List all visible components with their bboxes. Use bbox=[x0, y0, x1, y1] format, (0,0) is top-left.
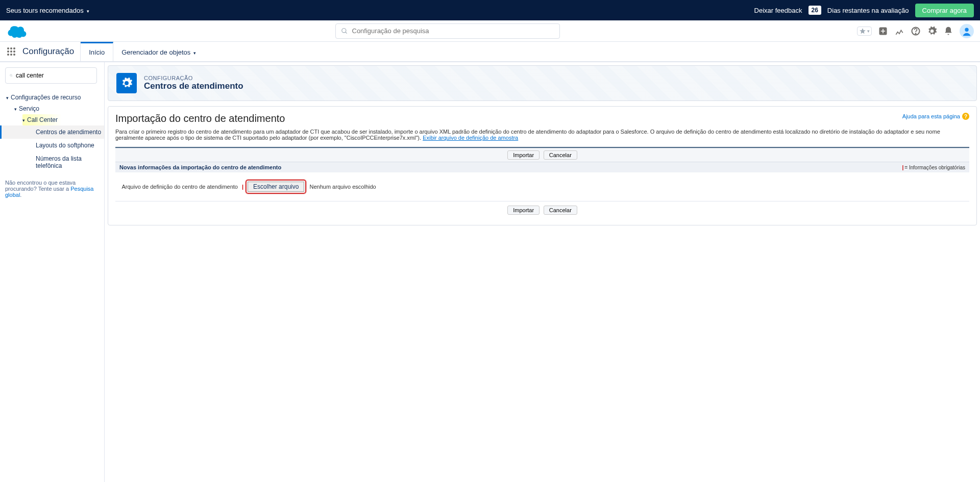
svg-point-8 bbox=[10, 47, 12, 49]
tree-label: Configurações de recurso bbox=[11, 94, 81, 101]
sample-file-link[interactable]: Exibir arquivo de definição de amostra bbox=[423, 135, 518, 141]
main-content: CONFIGURAÇÃO Centros de atendimento Ajud… bbox=[105, 62, 980, 482]
file-status-text: Nenhum arquivo escolhido bbox=[309, 184, 376, 190]
required-legend-text: = Informações obrigatórias bbox=[904, 165, 965, 170]
sidebar-help-text: Não encontrou o que estava procurando? T… bbox=[5, 180, 99, 198]
file-field-label: Arquivo de definição do centro de atendi… bbox=[119, 184, 242, 190]
avatar[interactable] bbox=[960, 24, 974, 38]
tree-call-center[interactable]: Call Center bbox=[22, 114, 62, 125]
favorites-button[interactable] bbox=[857, 27, 872, 36]
tours-dropdown[interactable]: Seus tours recomendados bbox=[6, 7, 89, 14]
chevron-down-icon bbox=[87, 7, 89, 14]
help-suffix: . bbox=[20, 192, 21, 198]
required-legend: |= Informações obrigatórias bbox=[902, 165, 965, 170]
help-icon: ? bbox=[962, 113, 969, 120]
page-title: Centros de atendimento bbox=[144, 81, 243, 91]
section-title: Novas informações da importação do centr… bbox=[119, 164, 281, 170]
svg-line-17 bbox=[12, 76, 12, 77]
svg-point-15 bbox=[13, 54, 15, 56]
svg-point-16 bbox=[10, 74, 12, 77]
trial-bar: Seus tours recomendados Deixar feedback … bbox=[0, 0, 980, 20]
svg-point-12 bbox=[13, 50, 15, 53]
tree-service[interactable]: Serviço bbox=[5, 103, 99, 114]
global-header bbox=[0, 20, 980, 42]
svg-line-1 bbox=[345, 32, 347, 33]
days-remaining-badge: 26 bbox=[808, 6, 821, 15]
chevron-down-icon bbox=[6, 94, 9, 101]
description-body: Para criar o primeiro registro do centro… bbox=[115, 129, 940, 141]
chevron-down-icon bbox=[22, 116, 25, 123]
global-search-input[interactable] bbox=[352, 27, 554, 35]
tree-directory-numbers[interactable]: Números da lista telefônica bbox=[5, 152, 99, 172]
tours-label: Seus tours recomendados bbox=[6, 7, 84, 14]
choose-file-button[interactable]: Escolher arquivo bbox=[248, 182, 304, 192]
chevron-down-icon bbox=[193, 48, 196, 56]
sidebar-search-input[interactable] bbox=[16, 72, 92, 79]
app-launcher-icon[interactable] bbox=[0, 47, 22, 56]
svg-point-9 bbox=[13, 47, 15, 49]
feedback-link[interactable]: Deixar feedback bbox=[754, 7, 802, 14]
page-header: CONFIGURAÇÃO Centros de atendimento bbox=[108, 65, 977, 101]
bell-icon[interactable] bbox=[943, 26, 953, 36]
chevron-down-icon bbox=[867, 29, 870, 34]
choose-file-highlight: Escolher arquivo bbox=[246, 180, 306, 194]
salesforce-help-icon[interactable] bbox=[894, 26, 904, 36]
file-input-row: Arquivo de definição do centro de atendi… bbox=[115, 172, 969, 201]
tab-home[interactable]: Início bbox=[81, 42, 113, 61]
svg-point-7 bbox=[7, 47, 9, 49]
app-name: Configuração bbox=[22, 42, 81, 61]
import-button[interactable]: Importar bbox=[507, 150, 540, 160]
global-search[interactable] bbox=[335, 23, 560, 39]
help-icon[interactable] bbox=[911, 26, 921, 36]
svg-point-6 bbox=[965, 28, 968, 31]
search-icon bbox=[10, 72, 13, 79]
import-button[interactable]: Importar bbox=[507, 206, 540, 215]
help-text: Não encontrou o que estava procurando? T… bbox=[5, 180, 76, 192]
sidebar-search[interactable] bbox=[5, 67, 97, 84]
search-icon bbox=[341, 28, 348, 35]
context-nav-bar: Configuração Início Gerenciador de objet… bbox=[0, 42, 980, 62]
tree-label: Call Center bbox=[27, 116, 58, 123]
form-section-header: Novas informações da importação do centr… bbox=[115, 162, 969, 172]
button-row-top: Importar Cancelar bbox=[115, 148, 969, 162]
cancel-button[interactable]: Cancelar bbox=[544, 150, 577, 160]
svg-point-13 bbox=[7, 54, 9, 56]
section-heading: Importação do centro de atendimento bbox=[115, 113, 969, 124]
chevron-down-icon bbox=[14, 105, 17, 112]
import-card: Ajuda para esta página ? Importação do c… bbox=[108, 106, 977, 225]
cancel-button[interactable]: Cancelar bbox=[544, 206, 577, 215]
tree-label: Serviço bbox=[19, 105, 39, 112]
tree-call-centers[interactable]: Centros de atendimento bbox=[0, 125, 104, 139]
tree-softphone-layouts[interactable]: Layouts do softphone bbox=[5, 139, 99, 152]
description-text: Para criar o primeiro registro do centro… bbox=[115, 129, 969, 141]
tab-object-manager[interactable]: Gerenciador de objetos bbox=[113, 42, 204, 61]
page-help-link[interactable]: Ajuda para esta página ? bbox=[902, 113, 969, 120]
star-icon bbox=[859, 28, 866, 35]
add-icon[interactable] bbox=[878, 26, 888, 36]
days-remaining-label: Dias restantes na avaliação bbox=[827, 7, 909, 14]
buy-now-button[interactable]: Comprar agora bbox=[915, 4, 974, 17]
button-row-bottom: Importar Cancelar bbox=[115, 201, 969, 219]
required-indicator: | bbox=[242, 184, 243, 190]
svg-point-0 bbox=[341, 28, 346, 32]
tab-home-label: Início bbox=[89, 48, 105, 56]
tab-object-manager-label: Gerenciador de objetos bbox=[121, 48, 190, 56]
page-eyebrow: CONFIGURAÇÃO bbox=[144, 75, 243, 81]
help-link-label: Ajuda para esta página bbox=[902, 113, 960, 119]
salesforce-logo[interactable] bbox=[6, 23, 28, 39]
gear-icon[interactable] bbox=[927, 26, 937, 36]
svg-point-4 bbox=[915, 33, 916, 34]
gear-icon bbox=[116, 73, 137, 93]
svg-point-10 bbox=[7, 50, 9, 53]
tree-feature-settings[interactable]: Configurações de recurso bbox=[5, 92, 99, 103]
svg-point-14 bbox=[10, 54, 12, 56]
setup-sidebar: Configurações de recurso Serviço Call Ce… bbox=[0, 62, 105, 482]
svg-point-11 bbox=[10, 50, 12, 53]
